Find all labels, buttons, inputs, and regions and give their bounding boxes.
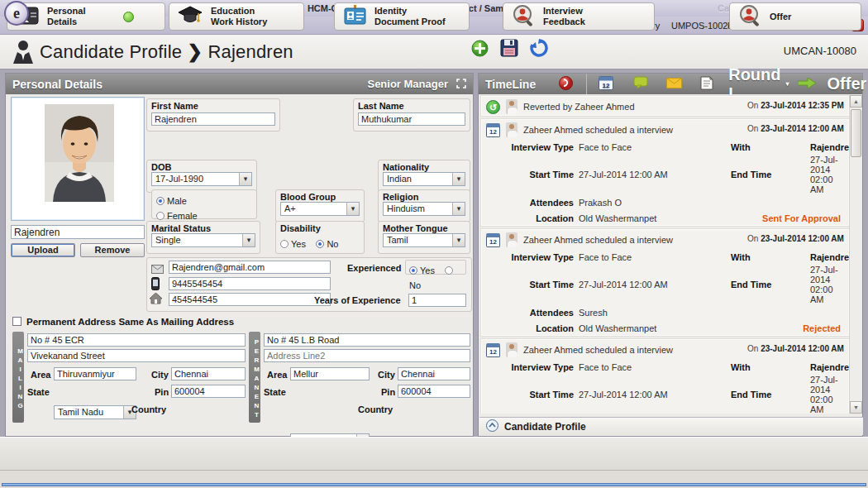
mailing-line1-input[interactable] [27,333,246,347]
save-icon[interactable] [500,39,518,60]
remove-button[interactable]: Remove [80,243,145,257]
interview-type-label: Interview Type [481,252,574,262]
home-icon [150,293,162,308]
location-value: Old Washermanpet [579,323,726,333]
permanent-city-input[interactable] [398,367,470,380]
mailing-city-input[interactable] [171,367,246,380]
with-value: Rajendren [810,142,850,152]
gender-male-radio[interactable] [156,197,165,205]
mailing-area-input[interactable] [54,367,136,380]
timeline-entry-details: Interview Type Face to Face With Rajendr… [481,139,849,226]
start-label: Start Time [481,390,574,399]
scrollbar-thumb[interactable] [851,109,861,157]
refresh-icon[interactable] [530,39,548,60]
disability-yes-radio[interactable] [280,240,289,248]
last-name-input[interactable] [358,112,465,126]
interview-type-value: Face to Face [579,142,726,152]
next-round-icon[interactable] [798,78,816,91]
marital-status-label: Marital Status [151,223,255,233]
mail-icon[interactable] [666,78,682,91]
tab-identity-document-proof[interactable]: IdentityDocument Proof [334,2,470,31]
timeline-entry[interactable]: ↺ Reverted by Zaheer Ahmed On 23-Jul-201… [480,95,850,117]
upload-button[interactable]: Upload [11,243,75,257]
with-label: With [731,362,805,372]
first-name-label: First Name [151,101,275,111]
end-label: End Time [731,280,805,289]
mailing-strip: MAILING [12,332,24,423]
same-address-checkbox[interactable] [12,317,21,326]
timeline-entry-header: 12 Zaheer Ahmed scheduled a interview On… [481,339,849,359]
tab-label-line1: Personal [47,6,85,16]
svg-text:12: 12 [603,82,610,89]
entry-type-icon: 12 [486,123,500,137]
personal-details-panel: Personal Details Senior Manager [5,73,474,437]
tab-offer[interactable]: Offer [729,2,861,31]
scroll-down-icon[interactable]: ▼ [850,401,862,414]
mobile-input[interactable] [169,277,331,290]
tab-label-line1: Education [211,6,255,16]
page-title-text: Candidate Profile [40,41,182,62]
scroll-up-icon[interactable]: ▲ [850,95,862,108]
blood-group-group: Blood Group A+ [275,189,365,222]
schedule-interview-icon[interactable]: 12 [599,76,613,93]
mailing-state-select[interactable]: Tamil Nadu [54,405,136,419]
end-value: 27-Jul-2014 02:00 AM [810,155,841,194]
disability-group: Disability Yes No [275,221,365,254]
disability-no-radio[interactable] [316,240,324,248]
interview-type-value: Face to Face [579,252,726,262]
tab-personal-details[interactable]: PersonalDetails [7,2,165,31]
blood-group-select[interactable]: A+ [280,202,360,216]
status-value: Sent For Approval [762,213,841,223]
timeline-entry[interactable]: 12 Zaheer Ahmed scheduled a interview On… [480,338,850,414]
permanent-area-input[interactable] [290,367,370,380]
dob-select[interactable]: 17-Jul-1990 [151,172,252,186]
tab-education-work-history[interactable]: EducationWork History [169,2,304,31]
experienced-yes-radio[interactable] [409,266,417,275]
attendees-value: Prakash O [579,198,726,208]
disability-no-label: No [327,239,338,249]
timeline-entry[interactable]: 12 Zaheer Ahmed scheduled a interview On… [480,228,850,337]
mailing-line2-input[interactable] [27,349,246,362]
mother-tongue-select[interactable]: Tamil [383,233,465,247]
phone-input[interactable] [169,293,331,306]
timeline-entry[interactable]: 12 Zaheer Ahmed scheduled a interview On… [480,118,850,227]
interview-type-label: Interview Type [481,362,574,372]
entry-type-icon: ↺ [486,100,500,114]
dob-label: DOB [151,162,252,172]
entry-action-text: Zaheer Ahmed scheduled a interview [523,235,673,245]
candidate-profile-bar[interactable]: Candidate Profile [479,417,863,435]
timeline-alert-icon[interactable] [559,76,573,93]
mailing-country-label: Country [131,404,166,414]
round-dropdown-icon[interactable]: ▾ [786,80,789,88]
experienced-no-radio[interactable] [445,266,453,275]
permanent-area-label: Area [267,370,287,380]
permanent-line2-input[interactable] [264,349,470,362]
add-icon[interactable] [471,40,489,60]
notes-icon[interactable] [700,76,713,93]
detail-row-2: Start Time 27-Jul-2014 12:00 AM End Time… [481,375,849,414]
photo-name-input[interactable] [11,225,145,239]
mailing-pin-label: Pin [155,387,169,397]
entry-date: 23-Jul-2014 12:00 AM [761,234,844,243]
permanent-line1-input[interactable] [264,333,470,347]
years-of-experience-input[interactable] [408,294,466,307]
first-name-input[interactable] [151,112,275,126]
mailing-pin-input[interactable] [171,385,246,398]
entry-type-icon: 12 [486,343,500,357]
expand-icon[interactable] [456,78,466,91]
timeline-scrollbar[interactable]: ▲ ▼ [849,95,861,414]
permanent-pin-input[interactable] [398,385,470,398]
mailing-area-label: Area [31,370,50,380]
comment-icon[interactable] [633,76,648,92]
gender-female-radio[interactable] [156,212,165,220]
timeline-title: TimeLine [485,78,536,91]
detail-row-2: Start Time 27-Jul-2014 12:00 AM End Time… [481,265,849,304]
offer-stage-label[interactable]: Offer [827,74,867,93]
nationality-select[interactable]: Indian [383,172,465,186]
personal-details-title: Personal Details [12,78,103,91]
religion-select[interactable]: Hinduism [383,202,465,216]
app-logo-icon: e [4,1,29,26]
tab-interview-feedback[interactable]: InterviewFeedback [503,2,655,31]
marital-status-select[interactable]: Single [151,233,255,247]
email-input[interactable] [169,261,331,274]
